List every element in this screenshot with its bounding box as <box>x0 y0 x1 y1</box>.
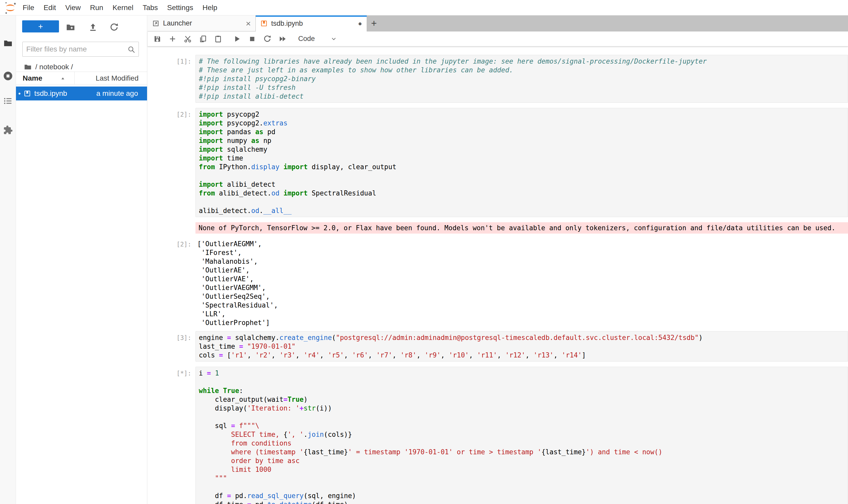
code-line: df = pd.read_sql_query(sql, engine) <box>199 491 848 500</box>
cell-input-editor[interactable]: # The following libraries have already b… <box>196 55 848 103</box>
running-sessions-icon[interactable] <box>3 71 13 81</box>
menu-help[interactable]: Help <box>198 0 222 15</box>
extension-manager-icon[interactable] <box>3 125 13 135</box>
code-line: #!pip install alibi-detect <box>199 92 848 101</box>
code-line: import pandas as pd <box>199 127 848 136</box>
code-line: ['OutlierAEGMM', <box>197 239 848 248</box>
column-header-name[interactable]: Name <box>23 74 42 83</box>
save-icon[interactable] <box>153 35 161 43</box>
file-name: tsdb.ipynb <box>34 89 67 97</box>
column-header-last-modified[interactable]: Last Modified <box>95 74 139 83</box>
sort-ascending-icon <box>60 76 66 81</box>
code-line: engine = sqlalchemy.create_engine("postg… <box>199 333 848 342</box>
menu-settings[interactable]: Settings <box>162 0 198 15</box>
paste-cells-icon[interactable] <box>214 35 222 43</box>
code-line: import numpy as np <box>199 136 848 145</box>
restart-kernel-icon[interactable] <box>263 35 271 43</box>
notebook-scroll-area[interactable]: [1]:# The following libraries have alrea… <box>147 46 848 504</box>
code-line: display('Iteration: '+str(i)) <box>199 404 848 413</box>
chevron-down-icon[interactable] <box>330 36 337 42</box>
breadcrumb-path: / notebook / <box>35 63 73 71</box>
tab-notebook[interactable]: tsdb.ipynb ● <box>256 15 367 32</box>
cell-input-editor[interactable]: import psycopg2import psycopg2.extrasimp… <box>196 108 848 217</box>
cell-input-editor[interactable]: engine = sqlalchemy.create_engine("postg… <box>196 331 848 362</box>
code-line <box>199 198 848 206</box>
file-browser-icon[interactable] <box>3 39 13 48</box>
code-line: 'OutlierVAE', <box>197 274 848 283</box>
code-line: #!pip install -U tsfresh <box>199 83 848 92</box>
cell-prompt <box>147 222 196 234</box>
stop-kernel-icon[interactable] <box>248 35 256 43</box>
code-line: i = 1 <box>199 369 848 378</box>
code-line: from alibi_detect.od import SpectralResi… <box>199 189 848 198</box>
cell-type-dropdown[interactable]: Code <box>298 35 315 43</box>
file-list-header: Name Last Modified <box>16 72 147 85</box>
menu-run[interactable]: Run <box>86 0 108 15</box>
code-line: while True: <box>199 386 848 395</box>
cut-cells-icon[interactable] <box>184 35 192 43</box>
code-line: # These are just left in as examples to … <box>199 66 848 74</box>
execute-result-output: ['OutlierAEGMM', 'IForest', 'Mahalanobis… <box>196 238 848 327</box>
code-line: 'IForest', <box>197 248 848 257</box>
menu-tabs[interactable]: Tabs <box>138 0 162 15</box>
main-menu-bar: File Edit View Run Kernel Tabs Settings … <box>0 0 848 15</box>
left-sidebar-strip <box>0 15 16 504</box>
notebook-file-icon <box>260 20 268 27</box>
menu-view[interactable]: View <box>60 0 85 15</box>
code-line: alibi_detect.od.__all__ <box>199 206 848 215</box>
filter-files-box <box>22 42 139 57</box>
upload-icon[interactable] <box>88 23 97 32</box>
cell-output-area: None of PyTorch, TensorFlow >= 2.0, or F… <box>147 222 848 234</box>
stderr-line: None of PyTorch, TensorFlow >= 2.0, or F… <box>199 223 848 232</box>
folder-icon <box>24 63 32 71</box>
jupyter-logo-icon <box>4 1 17 15</box>
new-tab-button[interactable]: + <box>367 15 381 31</box>
add-cell-icon[interactable] <box>168 35 177 43</box>
breadcrumb[interactable]: / notebook / <box>24 62 73 72</box>
run-all-cells-icon[interactable] <box>278 35 287 43</box>
notebook-cell: [3]:engine = sqlalchemy.create_engine("p… <box>147 331 848 362</box>
menu-kernel[interactable]: Kernel <box>108 0 138 15</box>
code-line: 'OutlierVAEGMM', <box>197 283 848 292</box>
cell-prompt: [1]: <box>147 55 196 103</box>
code-line <box>199 483 848 491</box>
run-cell-icon[interactable] <box>233 35 241 43</box>
code-line: 'OutlierAE', <box>197 266 848 274</box>
notebook-toolbar: Code <box>147 32 848 46</box>
code-line: order by time asc <box>199 456 848 465</box>
filter-files-input[interactable] <box>26 42 127 56</box>
file-row-selected[interactable]: • tsdb.ipynb a minute ago <box>16 87 147 101</box>
unsaved-changes-dot-icon: ● <box>358 20 362 28</box>
tab-launcher[interactable]: Launcher × <box>147 15 256 31</box>
cell-prompt: [2]: <box>147 108 196 217</box>
cell-input-editor[interactable]: i = 1while True: clear_output(wait=True)… <box>196 367 848 504</box>
menu-file[interactable]: File <box>18 0 39 15</box>
new-folder-icon[interactable] <box>66 23 75 32</box>
notebook-cell: [2]:import psycopg2import psycopg2.extra… <box>147 108 848 217</box>
copy-cells-icon[interactable] <box>199 35 207 43</box>
cell-prompt: [3]: <box>147 331 196 362</box>
code-line: 'SpectralResidual', <box>197 301 848 309</box>
new-launcher-button[interactable]: + <box>22 20 59 33</box>
code-line: limit 1000 <box>199 465 848 474</box>
cell-output-area: [2]:['OutlierAEGMM', 'IForest', 'Mahalan… <box>147 238 848 327</box>
stderr-output: None of PyTorch, TensorFlow >= 2.0, or F… <box>196 222 848 234</box>
code-line: import psycopg2.extras <box>199 119 848 127</box>
code-line: 'OutlierProphet'] <box>197 318 848 327</box>
tab-notebook-label: tsdb.ipynb <box>271 20 303 28</box>
code-line: from conditions <box>199 439 848 448</box>
table-of-contents-icon[interactable] <box>3 96 13 106</box>
close-tab-icon[interactable]: × <box>246 20 251 27</box>
code-line: 'OutlierSeq2Seq', <box>197 292 848 301</box>
refresh-icon[interactable] <box>109 23 119 32</box>
notebook-cell: [*]:i = 1while True: clear_output(wait=T… <box>147 367 848 504</box>
menu-edit[interactable]: Edit <box>39 0 60 15</box>
file-browser-panel: + / notebook / Name <box>16 15 147 504</box>
tab-launcher-label: Launcher <box>163 19 192 27</box>
dock-tab-bar: Launcher × tsdb.ipynb ● + <box>147 15 848 32</box>
code-line: where (timestamp '{last_time}' = timesta… <box>199 448 848 456</box>
code-line: sql = f"""\ <box>199 421 848 430</box>
code-line: #!pip install psycopg2-binary <box>199 74 848 83</box>
jupyterlab-window: File Edit View Run Kernel Tabs Settings … <box>0 0 848 504</box>
code-line: # The following libraries have already b… <box>199 57 848 66</box>
